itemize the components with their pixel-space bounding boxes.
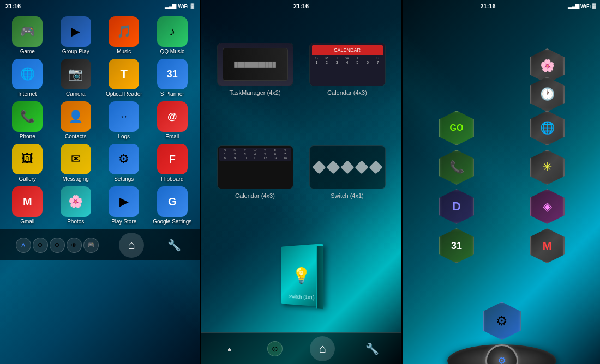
email-icon: @ (157, 101, 188, 132)
taskmanager-box: ████████████ (217, 43, 293, 86)
app-phone[interactable]: 📞 Phone (5, 101, 50, 139)
app-flipboard[interactable]: F Flipboard (151, 144, 195, 182)
switch-d1 (312, 160, 326, 174)
hex-layered[interactable]: ◈ (530, 189, 565, 224)
widget-switch[interactable]: Switch (4x1) (304, 145, 391, 199)
qqmusic-label: QQ Music (160, 48, 184, 54)
hex-calendar31[interactable]: 31 (439, 228, 474, 263)
music-label: Music (117, 48, 131, 54)
playstore-icon: ▶ (109, 186, 139, 217)
splanner-icon: 31 (157, 59, 188, 89)
app-contacts[interactable]: 👤 Contacts (54, 101, 98, 139)
app-logs[interactable]: ↔ Logs (102, 101, 146, 139)
hex-grid: 🌸 🕐 GO 🌐 (413, 48, 590, 263)
app-qqmusic[interactable]: ♪ QQ Music (151, 16, 195, 54)
game-icon: 🎮 (12, 16, 43, 47)
panel-1: 21:16 ▂▄▆ WiFi ▓ 🎮 Game ▶ Group Play 🎵 M… (0, 0, 200, 364)
book-cover: 💡 Switch (1x1) (281, 244, 323, 307)
switch-d4 (355, 160, 368, 174)
home-button-1[interactable]: ⌂ (119, 233, 144, 258)
logs-icon: ↔ (109, 101, 139, 132)
email-label: Email (165, 134, 179, 139)
gmail-label: Gmail (20, 219, 34, 225)
app-game[interactable]: 🎮 Game (5, 16, 50, 54)
status-bar-2: 21:16 (201, 0, 401, 12)
widget-taskmanager[interactable]: ████████████ TaskManager (4x2) (212, 43, 298, 96)
app-gallery[interactable]: 🖼 Gallery (5, 144, 50, 182)
phone-label: Phone (20, 134, 35, 139)
bottom-bar-2: 🌡 ⊙ ⌂ 🔧 (201, 332, 401, 364)
playstore-label: Play Store (111, 219, 136, 225)
app-camera[interactable]: 📷 Camera (54, 59, 98, 97)
music-icon: 🎵 (109, 16, 139, 47)
messaging-icon: ✉ (61, 144, 91, 174)
app-playstore[interactable]: ▶ Play Store (102, 186, 146, 225)
rotary-center: ⚙ (485, 344, 518, 364)
settings-button-2[interactable]: 🔧 (363, 339, 382, 359)
photos-label: Photos (67, 219, 84, 225)
home-button-2[interactable]: ⌂ (310, 336, 335, 361)
bsi-circle1[interactable]: ⊙ (33, 238, 48, 253)
book-container[interactable]: 💡 Switch (1x1) (212, 226, 391, 324)
contacts-label: Contacts (65, 134, 86, 139)
gallery-icon: 🖼 (12, 144, 43, 174)
app-messaging[interactable]: ✉ Messaging (54, 144, 98, 182)
bsi-eye[interactable]: 👁 (67, 238, 82, 253)
rotary-platform: ⚙ (403, 342, 600, 364)
hex-clock[interactable]: 🕐 (530, 77, 565, 112)
settings-button-1[interactable]: 🔧 (164, 235, 184, 255)
signal-icon-1: ▂▄▆ (165, 3, 176, 9)
gallery-label: Gallery (19, 176, 36, 182)
bottom-small-icons-1: A ⊙ ⊙ 👁 🎮 (16, 238, 99, 253)
widget-calendar1[interactable]: CALENDAR SMTWTFS 1234567 Calendar (4x3) (304, 43, 391, 96)
thermometer-icon-2[interactable]: 🌡 (220, 339, 239, 359)
internet-label: Internet (18, 91, 37, 97)
hex-asterisk[interactable]: ✳ (530, 150, 565, 185)
app-gmail[interactable]: M Gmail (5, 186, 50, 225)
bsi-game[interactable]: 🎮 (83, 238, 99, 253)
app-music[interactable]: 🎵 Music (102, 16, 146, 54)
status-icons-3: ▂▄▆ WiFi ▓ (568, 3, 596, 9)
panel-2: 21:16 ████████████ TaskManager (4x2) (201, 0, 401, 364)
app-groupplay[interactable]: ▶ Group Play (54, 16, 98, 54)
app-optical[interactable]: T Optical Reader (102, 59, 146, 97)
rotary-disc: ⚙ (447, 344, 556, 364)
hex-go[interactable]: GO (439, 111, 474, 145)
groupplay-label: Group Play (62, 48, 89, 54)
status-bar-3: 21:16 ▂▄▆ WiFi ▓ (403, 0, 600, 12)
widget-calendar2[interactable]: SMTWTFS 1234567 891011121314 Calendar (4… (212, 145, 298, 199)
widget-row-1: ████████████ TaskManager (4x2) CALENDAR … (212, 20, 391, 119)
hex-settings-center[interactable]: ⚙ (403, 302, 600, 340)
hex-dashclock[interactable]: D (439, 189, 474, 224)
bsi-circle2[interactable]: ⊙ (50, 238, 65, 253)
googlesettings-label: Google Settings (153, 219, 191, 225)
hex-area: 🌸 🕐 GO 🌐 (403, 12, 600, 300)
app-settings[interactable]: ⚙ Settings (102, 144, 146, 182)
flipboard-icon: F (157, 144, 188, 174)
switch-d3 (340, 160, 354, 174)
status-time-2: 21:16 (293, 3, 309, 9)
app-photos[interactable]: 🌸 Photos (54, 186, 98, 225)
hex-chrome[interactable]: 🌐 (530, 111, 565, 145)
calendar2-box: SMTWTFS 1234567 891011121314 (217, 145, 293, 189)
app-internet[interactable]: 🌐 Internet (5, 59, 50, 97)
settings-icon: ⚙ (109, 144, 139, 174)
hex-phone[interactable]: 📞 (439, 150, 474, 185)
panel-3: 21:16 ▂▄▆ WiFi ▓ 🌸 🕐 GO (403, 0, 600, 364)
book-3d: 💡 Switch (1x1) (281, 244, 323, 307)
hex-gmail[interactable]: M (530, 228, 565, 263)
logs-label: Logs (118, 134, 130, 139)
app-email[interactable]: @ Email (151, 101, 195, 139)
camera-icon: 📷 (61, 59, 91, 89)
status-time-1: 21:16 (5, 3, 165, 9)
app-grid-1: 🎮 Game ▶ Group Play 🎵 Music ♪ QQ Music 🌐… (0, 12, 200, 229)
bsi-android-2[interactable]: ⊙ (267, 341, 283, 356)
app-splanner[interactable]: 31 S Planner (151, 59, 195, 97)
status-time-3: 21:16 (408, 3, 568, 9)
app-googlesettings[interactable]: G Google Settings (151, 186, 195, 225)
bsi-a[interactable]: A (16, 238, 31, 253)
switch-box (309, 145, 386, 189)
messaging-label: Messaging (63, 176, 89, 182)
switch-label: Switch (4x1) (331, 192, 364, 199)
switch-d5 (369, 160, 382, 174)
